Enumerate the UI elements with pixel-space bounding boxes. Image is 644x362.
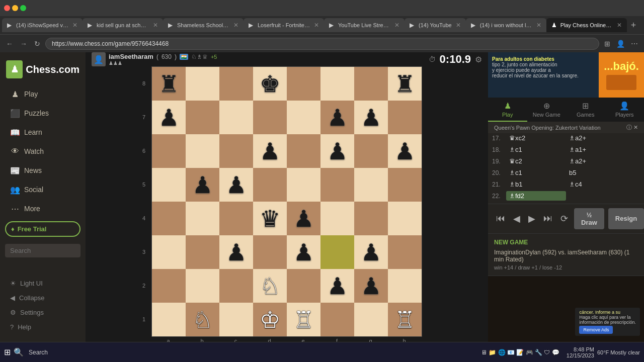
tab-close-icon[interactable]: ✕ <box>233 22 238 29</box>
square-d7[interactable] <box>253 101 287 134</box>
browser-tab-tab6[interactable]: ▶(14) YouTube✕ <box>405 18 466 32</box>
close-window-button[interactable] <box>4 5 10 11</box>
draw-button[interactable]: ½ Draw <box>574 208 604 229</box>
square-d6[interactable]: ♟ <box>253 134 287 168</box>
forward-button[interactable]: → <box>18 38 29 50</box>
remove-ads-button[interactable]: Remove Ads <box>579 326 613 334</box>
square-b2[interactable] <box>186 269 219 303</box>
sidebar-item-puzzles[interactable]: ⬛ Puzzles <box>3 104 83 122</box>
white-move[interactable]: ♛xc2 <box>506 133 566 143</box>
square-g4[interactable] <box>354 202 388 235</box>
panel-tab-games[interactable]: ⊞ Games <box>566 98 605 122</box>
sidebar-item-news[interactable]: 📰 News <box>3 161 83 179</box>
square-g1[interactable] <box>354 303 388 336</box>
start-button[interactable]: ⊞ <box>4 347 11 357</box>
square-f1[interactable] <box>320 303 354 336</box>
square-f8[interactable] <box>320 67 354 101</box>
square-a7[interactable]: ♟ <box>152 101 186 134</box>
white-move[interactable]: ♗c1 <box>506 145 566 154</box>
profile-button[interactable]: 👤 <box>614 38 627 50</box>
address-bar[interactable]: https://www.chess.com/game/95766434468 <box>45 38 599 50</box>
square-f3[interactable] <box>320 235 354 269</box>
square-d4[interactable]: ♛ <box>253 202 287 235</box>
square-e3[interactable]: ♟ <box>287 235 320 269</box>
square-h6[interactable]: ♟ <box>388 134 422 168</box>
square-a3[interactable] <box>152 235 186 269</box>
tab-close-icon[interactable]: ✕ <box>72 22 77 29</box>
panel-tab-new-game[interactable]: ⊕ New Game <box>527 98 567 122</box>
sidebar-light-ui[interactable]: ☀ Light UI <box>3 277 83 290</box>
square-f4[interactable] <box>320 202 354 235</box>
black-move[interactable]: ♗c4 <box>566 179 626 189</box>
square-f6[interactable]: ♟ <box>320 134 354 168</box>
tab-close-icon[interactable]: ✕ <box>617 22 622 29</box>
sidebar-item-watch[interactable]: 👁 Watch <box>3 142 83 160</box>
browser-tab-tab8[interactable]: ♟Play Chess Online f...✕ <box>546 18 627 32</box>
last-move-button[interactable]: ⏭ <box>541 211 554 226</box>
square-h3[interactable] <box>388 235 422 269</box>
square-a6[interactable] <box>152 134 186 168</box>
square-e7[interactable] <box>287 101 320 134</box>
black-move[interactable]: ♗a1+ <box>566 145 626 154</box>
tab-close-icon[interactable]: ✕ <box>536 22 541 29</box>
square-h5[interactable] <box>388 168 422 202</box>
square-d2[interactable]: ♘ <box>253 269 287 303</box>
move-list[interactable]: 3. e5 e6 4. ♗f3 c6 5. ♗d3 ♙xd3 6. ♛xd3 ♗… <box>488 133 644 204</box>
square-f5[interactable] <box>320 168 354 202</box>
tab-close-icon[interactable]: ✕ <box>314 22 319 29</box>
square-b7[interactable] <box>186 101 219 134</box>
minimize-window-button[interactable] <box>12 5 18 11</box>
square-d3[interactable] <box>253 235 287 269</box>
first-move-button[interactable]: ⏮ <box>494 211 507 226</box>
square-c4[interactable] <box>219 202 253 235</box>
browser-tab-tab3[interactable]: ▶Shameless School Gun S...✕ <box>163 18 244 32</box>
sidebar-item-more[interactable]: ⋯ More <box>3 200 83 218</box>
browser-tab-tab5[interactable]: ▶YouTube Live Streaming...✕ <box>324 18 405 32</box>
square-h1[interactable]: ♖ <box>388 303 422 336</box>
panel-tab-players[interactable]: 👤 Players <box>605 98 645 122</box>
back-button[interactable]: ← <box>4 38 15 50</box>
search-input[interactable] <box>5 244 80 257</box>
square-g6[interactable] <box>354 134 388 168</box>
square-g5[interactable] <box>354 168 388 202</box>
square-e2[interactable] <box>287 269 320 303</box>
square-d5[interactable] <box>253 168 287 202</box>
sidebar-settings[interactable]: ⚙ Settings <box>3 306 83 319</box>
search-taskbar-button[interactable]: 🔍 <box>14 347 24 357</box>
square-a8[interactable]: ♜ <box>152 67 186 101</box>
square-c8[interactable] <box>219 67 253 101</box>
square-b4[interactable] <box>186 202 219 235</box>
browser-tab-tab4[interactable]: ▶Loserfruit - Fortnite Skin...✕ <box>244 18 324 32</box>
tab-close-icon[interactable]: ✕ <box>456 22 461 29</box>
square-a4[interactable] <box>152 202 186 235</box>
square-c6[interactable] <box>219 134 253 168</box>
panel-tab-play[interactable]: ♟ Play <box>488 98 527 122</box>
square-c1[interactable] <box>219 303 253 336</box>
square-d1[interactable]: ♔ <box>253 303 287 336</box>
black-move[interactable]: ♗a2+ <box>566 133 626 143</box>
white-move[interactable]: ♗b1 <box>506 179 566 189</box>
sidebar-item-learn[interactable]: 📖 Learn <box>3 123 83 141</box>
more-options-button[interactable]: ⋯ <box>629 38 640 50</box>
square-e4[interactable]: ♟ <box>287 202 320 235</box>
square-b8[interactable] <box>186 67 219 101</box>
black-move[interactable] <box>566 195 626 197</box>
opening-info-icon[interactable]: ⓘ ✕ <box>626 124 638 131</box>
white-move[interactable]: ♛c2 <box>506 156 566 166</box>
square-g7[interactable]: ♟ <box>354 101 388 134</box>
browser-tab-tab7[interactable]: ▶(14) i won without leaving...✕ <box>466 18 546 32</box>
square-h7[interactable] <box>388 101 422 134</box>
new-tab-button[interactable]: + <box>627 20 640 31</box>
flip-board-button[interactable]: ⟳ <box>558 211 570 226</box>
square-a5[interactable] <box>152 168 186 202</box>
browser-tab-tab2[interactable]: ▶kid sell gun at school mo...✕ <box>83 18 163 32</box>
game-settings-icon[interactable]: ⚙ <box>475 55 482 64</box>
next-move-button[interactable]: ▶ <box>526 211 537 226</box>
square-c2[interactable] <box>219 269 253 303</box>
sidebar-item-play[interactable]: ♟ Play <box>3 85 83 103</box>
square-h2[interactable] <box>388 269 422 303</box>
square-f2[interactable]: ♟ <box>320 269 354 303</box>
square-e1[interactable]: ♖ <box>287 303 320 336</box>
square-g8[interactable] <box>354 67 388 101</box>
square-g3[interactable]: ♟ <box>354 235 388 269</box>
